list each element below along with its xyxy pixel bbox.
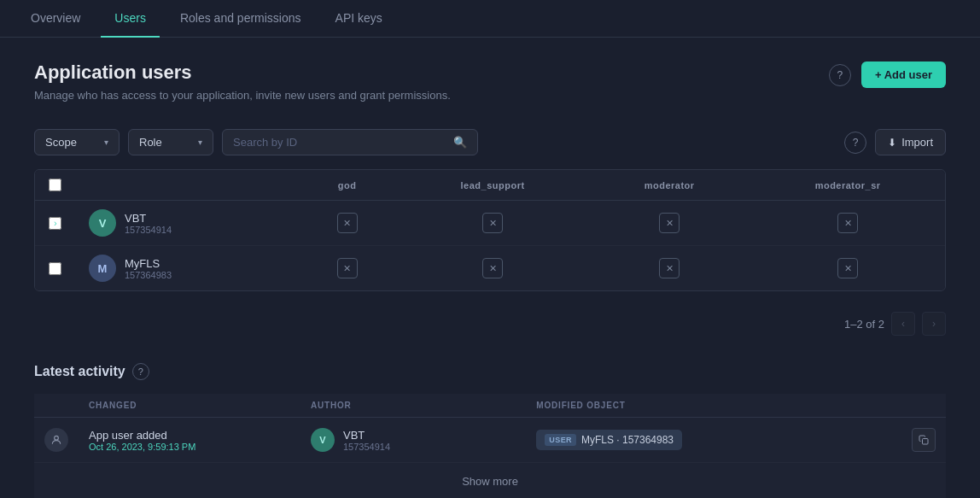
svg-point-0: [55, 436, 59, 440]
row-user-cell: V VBT 157354914: [75, 201, 297, 246]
avatar-letter: V: [99, 217, 107, 230]
role-dropdown[interactable]: Role ▾: [128, 129, 213, 155]
show-more-cell[interactable]: Show more: [34, 463, 946, 499]
perm-cell: ✕: [764, 213, 931, 233]
activity-icon-cell: [34, 418, 79, 463]
row-checkbox-cell: [35, 246, 75, 291]
user-info: V VBT 157354914: [89, 209, 283, 237]
perm-cell: ✕: [411, 258, 575, 278]
perm-toggle[interactable]: ✕: [837, 213, 858, 233]
import-button[interactable]: ⬇ Import: [875, 129, 946, 155]
activity-changed-date: Oct 26, 2023, 9:59:13 PM: [89, 442, 290, 452]
nav-overview[interactable]: Overview: [17, 0, 94, 38]
pagination-range: 1–2 of 2: [844, 318, 884, 331]
perm-toggle[interactable]: ✕: [482, 213, 503, 233]
user-id: 157354914: [125, 225, 172, 235]
perm-toggle[interactable]: ✕: [337, 213, 358, 233]
col-modified: MODIFIED OBJECT: [526, 394, 901, 418]
row-checkbox-cell: ›: [35, 201, 75, 246]
users-table: god lead_support moderator moderator_sr …: [35, 170, 945, 290]
search-input[interactable]: [233, 136, 446, 149]
page-subtitle: Manage who has access to your applicatio…: [34, 89, 451, 102]
table-header-row: god lead_support moderator moderator_sr: [35, 170, 945, 201]
perm-toggle[interactable]: ✕: [659, 258, 680, 278]
row-checkbox[interactable]: [49, 262, 61, 275]
search-box: 🔍: [222, 129, 478, 155]
user-avatar: M: [89, 255, 116, 282]
activity-row: App user added Oct 26, 2023, 9:59:13 PM …: [34, 418, 946, 463]
filter-help-button[interactable]: ?: [844, 132, 866, 154]
perm-cell: ✕: [764, 258, 931, 278]
modified-object-badge: USER MyFLS · 157364983: [536, 430, 682, 450]
col-checkbox: [35, 170, 75, 201]
perm-toggle[interactable]: ✕: [837, 258, 858, 278]
perm-cell: ✕: [311, 258, 383, 278]
import-label: Import: [901, 136, 933, 149]
perm-moderator: ✕: [588, 246, 750, 291]
perm-toggle[interactable]: ✕: [482, 258, 503, 278]
nav-roles[interactable]: Roles and permissions: [166, 0, 315, 38]
author-details: VBT 157354914: [343, 429, 390, 452]
scope-dropdown[interactable]: Scope ▾: [34, 129, 120, 155]
perm-moderator-sr: ✕: [750, 201, 945, 246]
activity-actions-cell: [901, 418, 946, 463]
page-title: Application users: [34, 62, 451, 84]
top-navigation: Overview Users Roles and permissions API…: [0, 0, 980, 38]
col-icon: [34, 394, 79, 418]
author-info: V VBT 157354914: [311, 428, 516, 452]
col-actions: [901, 394, 946, 418]
badge-type: USER: [545, 434, 576, 446]
import-icon: ⬇: [888, 137, 896, 149]
author-name: VBT: [343, 429, 390, 442]
copy-button[interactable]: [912, 428, 936, 452]
col-god: god: [297, 170, 397, 201]
author-avatar: V: [311, 428, 335, 452]
activity-header-row: CHANGED AUTHOR MODIFIED OBJECT: [34, 394, 946, 418]
badge-value: MyFLS · 157364983: [581, 434, 674, 446]
activity-help-button[interactable]: ?: [132, 363, 149, 380]
col-user: [75, 170, 297, 201]
perm-god: ✕: [297, 201, 397, 246]
perm-cell: ✕: [311, 213, 383, 233]
col-moderator-sr: moderator_sr: [750, 170, 945, 201]
pagination-next-button[interactable]: ›: [922, 312, 946, 336]
user-details: MyFLS 157364983: [125, 257, 172, 280]
user-details: VBT 157354914: [125, 212, 172, 235]
role-chevron-icon: ▾: [198, 138, 202, 147]
activity-modified-cell: USER MyFLS · 157364983: [526, 418, 901, 463]
perm-toggle[interactable]: ✕: [337, 258, 358, 278]
col-author: AUTHOR: [300, 394, 526, 418]
add-user-button[interactable]: + Add user: [861, 62, 946, 88]
activity-author-cell: V VBT 157354914: [300, 418, 526, 463]
avatar-letter: M: [98, 262, 108, 275]
page-header: Application users Manage who has access …: [34, 62, 946, 102]
page-header-text: Application users Manage who has access …: [34, 62, 451, 102]
user-id: 157364983: [125, 270, 172, 280]
activity-header: Latest activity ?: [34, 363, 946, 380]
main-content: Application users Manage who has access …: [0, 38, 980, 498]
activity-section: Latest activity ? CHANGED AUTHOR MODIFIE…: [34, 363, 946, 498]
table-row: › V VBT 157354914: [35, 201, 945, 246]
perm-toggle[interactable]: ✕: [659, 213, 680, 233]
filters-row: Scope ▾ Role ▾ 🔍 ? ⬇ Import: [34, 129, 946, 155]
perm-cell: ✕: [411, 213, 575, 233]
pagination-prev-button[interactable]: ‹: [891, 312, 915, 336]
page-help-button[interactable]: ?: [829, 64, 851, 86]
scope-label: Scope: [45, 136, 77, 149]
pagination: 1–2 of 2 ‹ ›: [34, 305, 946, 343]
author-avatar-letter: V: [319, 435, 325, 445]
activity-changed-cell: App user added Oct 26, 2023, 9:59:13 PM: [79, 418, 300, 463]
show-more-label: Show more: [462, 475, 518, 488]
user-name: MyFLS: [125, 257, 172, 270]
perm-lead-support: ✕: [397, 246, 588, 291]
col-lead-support: lead_support: [397, 170, 588, 201]
nav-users[interactable]: Users: [101, 0, 160, 38]
perm-god: ✕: [297, 246, 397, 291]
select-all-checkbox[interactable]: [49, 179, 61, 191]
perm-cell: ✕: [602, 258, 737, 278]
activity-changed-label: App user added: [89, 429, 290, 442]
show-more-row[interactable]: Show more: [34, 463, 946, 499]
nav-apikeys[interactable]: API keys: [322, 0, 396, 38]
activity-table: CHANGED AUTHOR MODIFIED OBJECT: [34, 394, 946, 498]
activity-user-icon: [44, 428, 68, 452]
